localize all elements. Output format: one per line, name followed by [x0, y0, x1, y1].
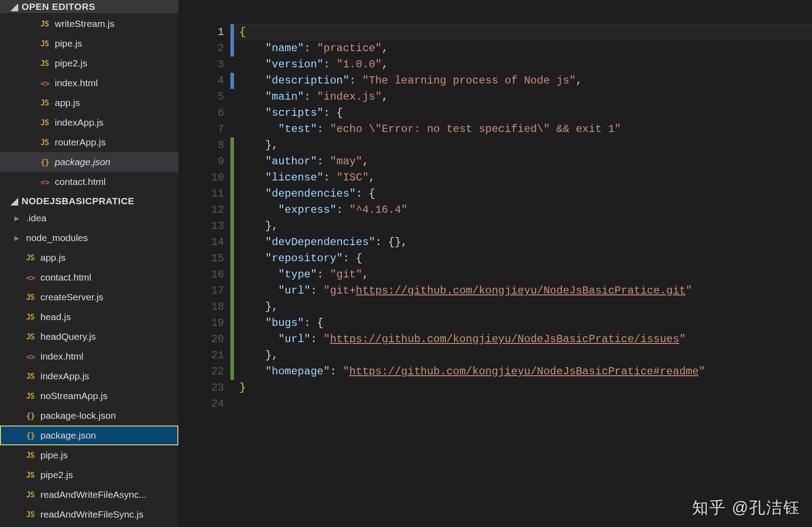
- code-token: [239, 75, 265, 87]
- code-line[interactable]: },: [239, 218, 812, 234]
- code-token: },: [239, 139, 278, 151]
- js-file-icon: JS: [26, 332, 40, 341]
- code-line[interactable]: },: [239, 299, 812, 315]
- code-line[interactable]: "name": "practice",: [239, 40, 812, 57]
- open-editor-item[interactable]: <>contact.html: [0, 172, 178, 192]
- code-line[interactable]: },: [239, 347, 812, 364]
- file-name: routerApp.js: [55, 137, 106, 148]
- open-editor-item[interactable]: {}package.json: [0, 152, 178, 172]
- code-token: [239, 333, 278, 345]
- js-file-icon: JS: [40, 39, 55, 48]
- code-line[interactable]: {: [234, 24, 812, 40]
- open-editor-item[interactable]: JSindexApp.js: [0, 113, 178, 132]
- file-item[interactable]: JSapp.js: [0, 248, 178, 268]
- file-item[interactable]: {}package.json: [0, 426, 178, 445]
- folder-item[interactable]: ▸.idea: [0, 208, 178, 228]
- json-file-icon: {}: [26, 431, 40, 440]
- code-token: }: [239, 382, 246, 394]
- code-token: [239, 317, 265, 329]
- code-token: : {},: [375, 236, 407, 248]
- code-line[interactable]: "license": "ISC",: [239, 170, 812, 186]
- code-line[interactable]: },: [239, 137, 812, 154]
- folder-item[interactable]: ▸node_modules: [0, 228, 178, 248]
- open-editor-item[interactable]: JSapp.js: [0, 93, 178, 113]
- code-token: : {: [343, 252, 362, 264]
- code-line[interactable]: "scripts": {: [239, 105, 812, 121]
- js-file-icon: JS: [26, 312, 40, 321]
- file-item[interactable]: JSpipe2.js: [0, 465, 178, 485]
- code-line[interactable]: [239, 396, 812, 412]
- dirty-indicator-bar: [230, 24, 234, 527]
- line-number: 8: [178, 137, 224, 154]
- file-item[interactable]: JSreadAndWriteFileAsync...: [0, 485, 178, 505]
- line-number: 10: [178, 170, 224, 186]
- code-token: [239, 42, 265, 54]
- html-file-icon: <>: [26, 352, 40, 361]
- open-editors-tree: JSwriteStream.jsJSpipe.jsJSpipe2.js<>ind…: [0, 13, 178, 194]
- code-line[interactable]: "version": "1.0.0",: [239, 57, 812, 73]
- code-line[interactable]: "homepage": "https://github.com/kongjiey…: [239, 364, 812, 380]
- file-item[interactable]: JSindexApp.js: [0, 366, 178, 386]
- code-line[interactable]: "test": "echo \"Error: no test specified…: [239, 121, 812, 137]
- file-item[interactable]: <>contact.html: [0, 268, 178, 287]
- open-editor-item[interactable]: JSpipe2.js: [0, 53, 178, 73]
- code-line[interactable]: "express": "^4.16.4": [239, 202, 812, 218]
- code-line[interactable]: }: [239, 380, 812, 396]
- line-number: 16: [178, 267, 224, 283]
- open-editor-item[interactable]: JSpipe.js: [0, 34, 178, 53]
- file-item[interactable]: JShead.js: [0, 307, 178, 327]
- file-item[interactable]: {}package-lock.json: [0, 406, 178, 426]
- code-token: },: [239, 301, 278, 313]
- code-line[interactable]: "bugs": {: [239, 315, 812, 331]
- open-editor-item[interactable]: <>index.html: [0, 73, 178, 93]
- code-line[interactable]: "main": "index.js",: [239, 89, 812, 105]
- code-line[interactable]: "dependencies": {: [239, 186, 812, 202]
- code-token: :: [317, 155, 330, 167]
- file-item[interactable]: JScreateServer.js: [0, 287, 178, 307]
- file-item[interactable]: <>index.html: [0, 347, 178, 366]
- line-number: 20: [178, 331, 224, 347]
- editor[interactable]: 123456789101112131415161718192021222324 …: [178, 0, 812, 527]
- file-name: indexApp.js: [40, 371, 89, 382]
- code-token: : {: [323, 107, 343, 119]
- file-item[interactable]: JSpipe.js: [0, 445, 178, 465]
- line-number: 6: [178, 105, 224, 121]
- code-token: "homepage": [265, 365, 330, 378]
- line-dirty-marker: [230, 250, 234, 267]
- code-line[interactable]: "description": "The learning process of …: [239, 73, 812, 89]
- code-token: "^4.16.4": [349, 204, 408, 216]
- code-line[interactable]: "author": "may",: [239, 154, 812, 170]
- code-token: :: [330, 365, 343, 378]
- code-token: "name": [265, 42, 304, 54]
- file-item[interactable]: JSreadAndWriteFileSync.js: [0, 505, 178, 524]
- line-number: 11: [178, 186, 224, 202]
- code-line[interactable]: "url": "https://github.com/kongjieyu/Nod…: [239, 331, 812, 347]
- file-name: head.js: [40, 312, 71, 322]
- file-name: headQuery.js: [40, 331, 96, 342]
- code-line[interactable]: "devDependencies": {},: [239, 234, 812, 250]
- code-line[interactable]: "repository": {: [239, 250, 812, 267]
- open-editor-item[interactable]: JSrouterApp.js: [0, 132, 178, 152]
- open-editor-item[interactable]: JSwriteStream.js: [0, 14, 178, 34]
- file-item[interactable]: JSnoStreamApp.js: [0, 386, 178, 406]
- code-line[interactable]: "type": "git",: [239, 267, 812, 283]
- code-token: [239, 365, 265, 378]
- line-dirty-marker: [230, 202, 234, 218]
- project-header[interactable]: ◢ NODEJSBASICPRATICE: [0, 194, 178, 207]
- line-number-gutter: 123456789101112131415161718192021222324: [178, 24, 230, 527]
- code-token: "index.js": [317, 91, 382, 103]
- code-area[interactable]: { "name": "practice", "version": "1.0.0"…: [234, 24, 812, 527]
- line-dirty-marker: [230, 40, 234, 57]
- line-number: 22: [178, 364, 224, 380]
- code-token: "practice": [317, 42, 382, 54]
- code-token: [239, 58, 265, 70]
- file-name: readAndWriteFileSync.js: [40, 509, 144, 520]
- file-item[interactable]: JSheadQuery.js: [0, 327, 178, 347]
- line-dirty-marker: [230, 57, 234, 73]
- file-name: indexApp.js: [55, 117, 104, 128]
- code-token: "author": [265, 155, 317, 167]
- js-file-icon: JS: [40, 19, 55, 28]
- code-token: [239, 155, 265, 167]
- code-line[interactable]: "url": "git+https://github.com/kongjieyu…: [239, 283, 812, 299]
- open-editors-header[interactable]: ◢ OPEN EDITORS: [0, 0, 178, 13]
